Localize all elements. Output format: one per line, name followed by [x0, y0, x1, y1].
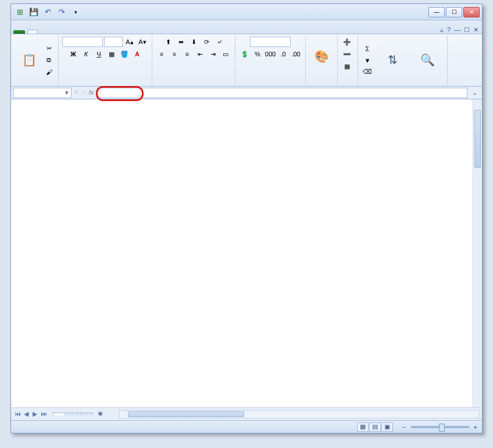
- outdent-icon[interactable]: ⇤: [194, 49, 206, 59]
- expand-formula-icon[interactable]: ⌄: [470, 89, 480, 96]
- clipboard-icon: 📋: [22, 53, 36, 67]
- font-name-combo[interactable]: [62, 37, 103, 47]
- zoom-in-icon[interactable]: +: [474, 424, 477, 431]
- tab-home[interactable]: [27, 30, 38, 34]
- excel-icon[interactable]: ⊞: [13, 6, 26, 18]
- find-select-button[interactable]: 🔍: [412, 53, 444, 68]
- view-normal-icon[interactable]: ▦: [357, 422, 369, 432]
- insert-cells-icon[interactable]: ➕: [341, 37, 353, 47]
- tab-foxit[interactable]: [112, 30, 122, 34]
- app-window: ⊞ 💾 ↶ ↷ ▾ — ☐ ✕ ▵ ? — ☐ ✕: [10, 3, 483, 433]
- zoom-out-icon[interactable]: −: [402, 424, 406, 431]
- maximize-button[interactable]: ☐: [446, 7, 462, 17]
- fx-icon[interactable]: fx: [89, 89, 94, 96]
- font-size-combo[interactable]: [104, 37, 123, 47]
- currency-icon[interactable]: 💲: [239, 49, 251, 59]
- copy-icon[interactable]: ⧉: [43, 55, 55, 66]
- sheet-nav-first-icon[interactable]: ⏮: [13, 410, 22, 418]
- number-format-combo[interactable]: [250, 37, 291, 47]
- chevron-down-icon[interactable]: ▾: [65, 89, 69, 96]
- align-left-icon[interactable]: ≡: [156, 49, 167, 59]
- align-bot-icon[interactable]: ⬇: [188, 37, 199, 47]
- align-right-icon[interactable]: ≡: [181, 49, 193, 59]
- grow-font-icon[interactable]: A▴: [124, 37, 135, 47]
- align-center-icon[interactable]: ≡: [169, 49, 180, 59]
- font-color-icon[interactable]: A: [131, 49, 143, 59]
- styles-button[interactable]: 🎨: [309, 49, 334, 64]
- tab-view[interactable]: [84, 30, 94, 34]
- sheet-nav-next-icon[interactable]: ▶: [31, 410, 39, 418]
- tab-file[interactable]: [13, 30, 25, 34]
- ribbon-tabs: ▵ ? — ☐ ✕: [11, 20, 482, 34]
- tab-layout[interactable]: [47, 30, 56, 34]
- underline-icon[interactable]: Ч: [93, 49, 105, 59]
- tab-addons[interactable]: [103, 30, 112, 34]
- italic-icon[interactable]: К: [80, 49, 92, 59]
- align-top-icon[interactable]: ⬆: [162, 37, 174, 47]
- view-layout-icon[interactable]: ▤: [369, 422, 381, 432]
- view-break-icon[interactable]: ▣: [381, 422, 393, 432]
- close-button[interactable]: ✕: [463, 7, 480, 17]
- format-cells-icon[interactable]: ▦: [341, 61, 353, 71]
- sheet-area: [11, 99, 482, 407]
- autosum-icon[interactable]: Σ: [362, 44, 373, 54]
- dec-dec-icon[interactable]: .00: [290, 49, 302, 59]
- minimize-button[interactable]: —: [428, 7, 445, 17]
- group-clipboard-label: [17, 84, 55, 85]
- cut-icon[interactable]: ✂: [43, 44, 55, 54]
- statusbar: ▦ ▤ ▣ − +: [11, 420, 482, 433]
- comma-icon[interactable]: 000: [265, 49, 276, 59]
- name-box[interactable]: ▾: [13, 88, 72, 98]
- paste-button[interactable]: 📋: [17, 53, 41, 68]
- scrollbar-thumb[interactable]: [474, 110, 481, 168]
- tab-formulas[interactable]: [56, 30, 66, 34]
- bold-icon[interactable]: Ж: [67, 49, 79, 59]
- shrink-font-icon[interactable]: A▾: [137, 37, 148, 47]
- doc-close-icon[interactable]: ✕: [473, 26, 478, 34]
- fill-icon[interactable]: ▼: [362, 55, 373, 66]
- grid[interactable]: [11, 99, 482, 407]
- ribbon-minimize-icon[interactable]: ▵: [440, 26, 444, 34]
- tab-review[interactable]: [75, 30, 84, 34]
- tab-insert[interactable]: [38, 30, 47, 34]
- zoom-slider[interactable]: [411, 426, 469, 428]
- sheet-nav-prev-icon[interactable]: ◀: [22, 410, 30, 418]
- wrap-icon[interactable]: ⤶: [213, 37, 225, 47]
- sort-filter-button[interactable]: ⇅: [375, 53, 410, 68]
- sheet-tab-2[interactable]: [66, 413, 79, 415]
- sheet-tabs: ⏮ ◀ ▶ ⏭ ✱: [11, 407, 482, 420]
- format-painter-icon[interactable]: 🖌: [43, 67, 55, 77]
- indent-icon[interactable]: ⇥: [207, 49, 219, 59]
- sheet-tab-3[interactable]: [80, 413, 93, 415]
- sheet-nav-last-icon[interactable]: ⏭: [40, 410, 48, 418]
- doc-min-icon[interactable]: —: [454, 26, 460, 34]
- undo-icon[interactable]: ↶: [41, 6, 54, 18]
- delete-cells-icon[interactable]: ➖: [341, 49, 353, 59]
- redo-icon[interactable]: ↷: [55, 6, 68, 18]
- sheet-tab-active[interactable]: [52, 413, 65, 415]
- tab-abbyy[interactable]: [122, 30, 131, 34]
- hscroll-thumb[interactable]: [128, 411, 244, 417]
- tab-data[interactable]: [66, 30, 75, 34]
- group-number-label: [239, 84, 302, 85]
- clear-icon[interactable]: ⌫: [362, 67, 373, 77]
- border-icon[interactable]: ▦: [106, 49, 117, 59]
- cancel-fx-icon[interactable]: ✕: [74, 89, 79, 96]
- merge-icon[interactable]: ▭: [220, 49, 231, 59]
- doc-max-icon[interactable]: ☐: [464, 26, 470, 34]
- align-mid-icon[interactable]: ⬌: [175, 37, 187, 47]
- tab-developer[interactable]: [94, 30, 103, 34]
- orientation-icon[interactable]: ⟳: [201, 37, 212, 47]
- help-icon[interactable]: ?: [447, 26, 451, 34]
- qat-dropdown-icon[interactable]: ▾: [69, 6, 82, 18]
- new-sheet-icon[interactable]: ✱: [94, 410, 106, 418]
- save-icon[interactable]: 💾: [27, 6, 40, 18]
- quick-access-toolbar: ⊞ 💾 ↶ ↷ ▾: [13, 6, 82, 18]
- enter-fx-icon[interactable]: ✓: [81, 89, 87, 96]
- formula-bar[interactable]: [97, 88, 467, 98]
- percent-icon[interactable]: %: [252, 49, 263, 59]
- horizontal-scrollbar[interactable]: [119, 410, 480, 418]
- fill-color-icon[interactable]: 🪣: [119, 49, 130, 59]
- inc-dec-icon[interactable]: .0: [277, 49, 289, 59]
- vertical-scrollbar[interactable]: [473, 99, 482, 407]
